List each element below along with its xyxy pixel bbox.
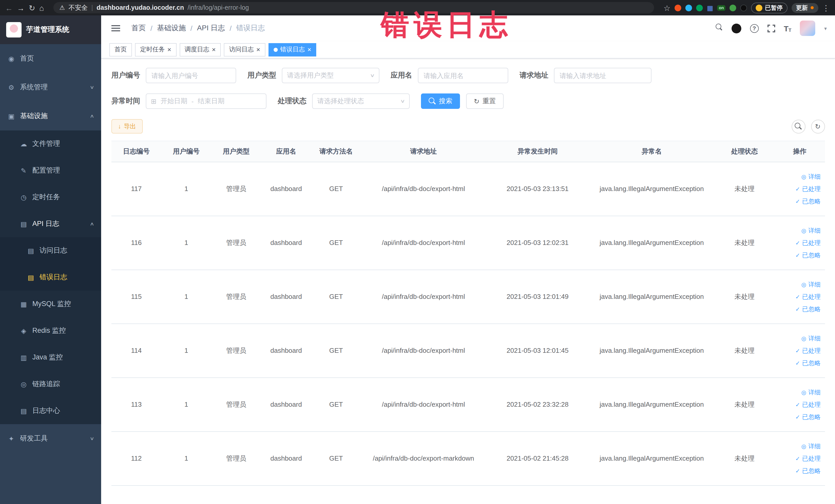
redis-icon: ◈ [20, 327, 28, 335]
ignored-link[interactable]: ✓ 已忽略 [777, 357, 821, 369]
sidebar-item-config-mgmt[interactable]: ✎ 配置管理 [0, 157, 101, 184]
screen: ← → ↻ ⌂ ⚠ 不安全 | dashboard.yudao.iocoder.… [0, 0, 835, 504]
user-type-select[interactable]: 请选择用户类型 ∨ [282, 68, 380, 83]
sidebar-item-file-mgmt[interactable]: ☁ 文件管理 [0, 130, 101, 157]
sidebar-item-java-monitor[interactable]: ▥ Java 监控 [0, 344, 101, 371]
cell-app-name: dashboard [261, 324, 311, 378]
breadcrumb-api-logs[interactable]: API 日志 [197, 24, 225, 33]
extension-pin-icon[interactable] [740, 4, 747, 11]
github-icon[interactable] [732, 23, 741, 33]
extension-icon[interactable] [696, 4, 703, 11]
sidebar-item-tracing[interactable]: ◎ 链路追踪 [0, 371, 101, 398]
sidebar-item-dev-tools[interactable]: ✦ 研发工具 ∨ [0, 424, 101, 453]
extension-icon[interactable] [675, 4, 681, 11]
menu-dots-icon[interactable]: ⋮ [822, 4, 830, 12]
font-size-icon[interactable]: TT [784, 24, 791, 33]
processed-link[interactable]: ✓ 已处理 [777, 291, 821, 303]
extension-grid-icon[interactable]: ▦ [707, 4, 713, 12]
processed-link[interactable]: ✓ 已处理 [777, 237, 821, 249]
table-row: 113 1 管理员 dashboard GET /api/infra/db-do… [111, 378, 825, 431]
close-icon[interactable]: × [256, 46, 260, 53]
request-url-input[interactable] [554, 68, 651, 83]
processed-link[interactable]: ✓ 已处理 [777, 452, 821, 465]
sidebar-item-scheduled-tasks[interactable]: ◷ 定时任务 [0, 184, 101, 210]
close-icon[interactable]: × [307, 46, 311, 53]
sidebar-item-log-center[interactable]: ▤ 日志中心 [0, 398, 101, 424]
breadcrumb-infrastructure[interactable]: 基础设施 [157, 24, 186, 33]
tag-scheduled-tasks[interactable]: 定时任务 × [135, 43, 176, 56]
help-icon[interactable]: ? [750, 24, 759, 33]
app-name-input[interactable] [418, 68, 508, 83]
detail-link[interactable]: ◎ 详细 [777, 440, 821, 452]
user-id-input[interactable] [146, 68, 236, 83]
back-icon[interactable]: ← [5, 4, 13, 12]
sidebar-item-access-log[interactable]: ▤ 访问日志 [0, 237, 101, 264]
update-button[interactable]: 更新 [791, 3, 818, 13]
processed-link[interactable]: ✓ 已处理 [777, 345, 821, 357]
detail-link[interactable]: ◎ 详细 [777, 224, 821, 237]
export-button[interactable]: ↓ 导出 [111, 119, 143, 134]
profile-paused-badge[interactable]: 已暂停 [751, 2, 787, 13]
processed-link[interactable]: ✓ 已处理 [777, 183, 821, 195]
close-icon[interactable]: × [167, 46, 171, 53]
extension-on-badge[interactable]: on [717, 5, 726, 11]
close-icon[interactable]: × [212, 46, 216, 53]
cell-exception: java.lang.IllegalArgumentException [589, 270, 714, 324]
end-date-placeholder: 结束日期 [198, 97, 225, 106]
search-button[interactable]: 搜索 [421, 94, 460, 109]
breadcrumb-home[interactable]: 首页 [131, 24, 146, 33]
forward-icon[interactable]: → [17, 4, 25, 12]
timer-icon: ◷ [20, 193, 28, 201]
address-bar[interactable]: ⚠ 不安全 | dashboard.yudao.iocoder.cn /infr… [53, 2, 654, 13]
ignored-link[interactable]: ✓ 已忽略 [777, 411, 821, 423]
sidebar-item-mysql-monitor[interactable]: ▦ MySQL 监控 [0, 291, 101, 317]
refresh-icon: ↻ [474, 97, 480, 105]
detail-link[interactable]: ◎ 详细 [777, 332, 821, 345]
sidebar-item-infrastructure[interactable]: ▣ 基础设施 ∧ [0, 102, 101, 130]
fullscreen-icon[interactable] [768, 24, 775, 32]
cell-user-type: 管理员 [211, 162, 261, 216]
cell-actions: ◎ 详细 ✓ 已处理 ✓ 已忽略 [775, 270, 825, 324]
detail-link[interactable]: ◎ 详细 [777, 386, 821, 399]
toggle-search-button[interactable] [791, 119, 805, 133]
home-icon[interactable]: ⌂ [39, 4, 44, 12]
tag-home[interactable]: 首页 [109, 43, 132, 56]
detail-link[interactable]: ◎ 详细 [777, 170, 821, 183]
ignored-link[interactable]: ✓ 已忽略 [777, 465, 821, 477]
processed-link[interactable]: ✓ 已处理 [777, 399, 821, 411]
trace-icon: ◎ [20, 380, 28, 388]
ignored-link[interactable]: ✓ 已忽略 [777, 195, 821, 207]
detail-link[interactable]: ◎ 详细 [777, 278, 821, 291]
sidebar-item-error-log[interactable]: ▤ 错误日志 [0, 264, 101, 291]
ignored-link[interactable]: ✓ 已忽略 [777, 249, 821, 261]
extension-icon[interactable] [730, 4, 736, 11]
ignored-link[interactable]: ✓ 已忽略 [777, 303, 821, 315]
date-range-picker[interactable]: ⊞ 开始日期 - 结束日期 [146, 94, 266, 109]
devtools-icon: ✦ [7, 435, 15, 442]
tag-access-log[interactable]: 访问日志 × [224, 43, 265, 56]
sidebar-item-home[interactable]: ◉ 首页 [0, 44, 101, 73]
app-name-label: 应用名 [391, 71, 412, 80]
avatar[interactable] [800, 21, 815, 36]
cell-request-url: /api/infra/db-doc/export-html [361, 378, 486, 431]
dashboard-icon: ◉ [7, 55, 15, 62]
cell-method: GET [311, 162, 361, 216]
tag-error-log[interactable]: 错误日志 × [268, 43, 317, 56]
sidebar-item-api-logs[interactable]: ▤ API 日志 ∧ [0, 210, 101, 237]
caret-down-icon[interactable]: ▾ [824, 25, 827, 31]
reload-icon[interactable]: ↻ [29, 4, 35, 12]
eye-icon: ◎ [801, 386, 806, 399]
search-icon[interactable] [716, 24, 723, 33]
sidebar-item-system-mgmt[interactable]: ⚙ 系统管理 ∨ [0, 73, 101, 102]
column-header: 异常名 [589, 141, 714, 162]
reset-button[interactable]: ↻ 重置 [466, 94, 504, 109]
refresh-button[interactable]: ↻ [811, 119, 825, 133]
check-icon: ✓ [795, 345, 800, 357]
status-select[interactable]: 请选择处理状态 ∨ [312, 94, 410, 109]
sidebar-toggle-icon[interactable] [111, 28, 120, 29]
column-header: 日志编号 [111, 141, 161, 162]
bookmark-star-icon[interactable]: ☆ [664, 4, 670, 12]
extension-icon[interactable] [685, 4, 692, 11]
sidebar-item-redis-monitor[interactable]: ◈ Redis 监控 [0, 317, 101, 344]
tag-dispatch-log[interactable]: 调度日志 × [179, 43, 221, 56]
